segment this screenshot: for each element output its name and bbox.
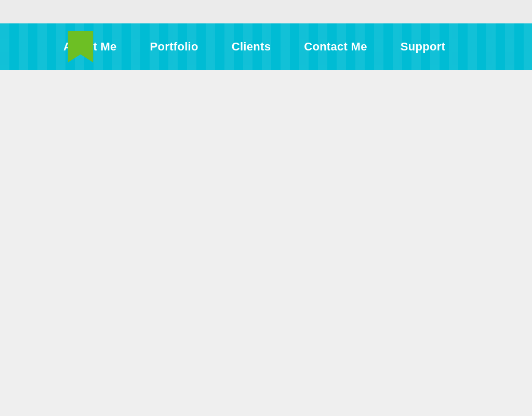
- nav-links: About Me Portfolio Clients Contact Me Su…: [47, 40, 462, 54]
- top-strip: [0, 0, 532, 23]
- navbar: About Me Portfolio Clients Contact Me Su…: [0, 23, 532, 70]
- nav-item-contact-me[interactable]: Contact Me: [287, 40, 384, 54]
- logo-container[interactable]: [68, 31, 94, 62]
- nav-item-clients[interactable]: Clients: [215, 40, 287, 54]
- nav-item-portfolio[interactable]: Portfolio: [134, 40, 215, 54]
- nav-item-support[interactable]: Support: [384, 40, 462, 54]
- main-content: [0, 70, 532, 416]
- logo-bookmark-icon: [68, 31, 94, 62]
